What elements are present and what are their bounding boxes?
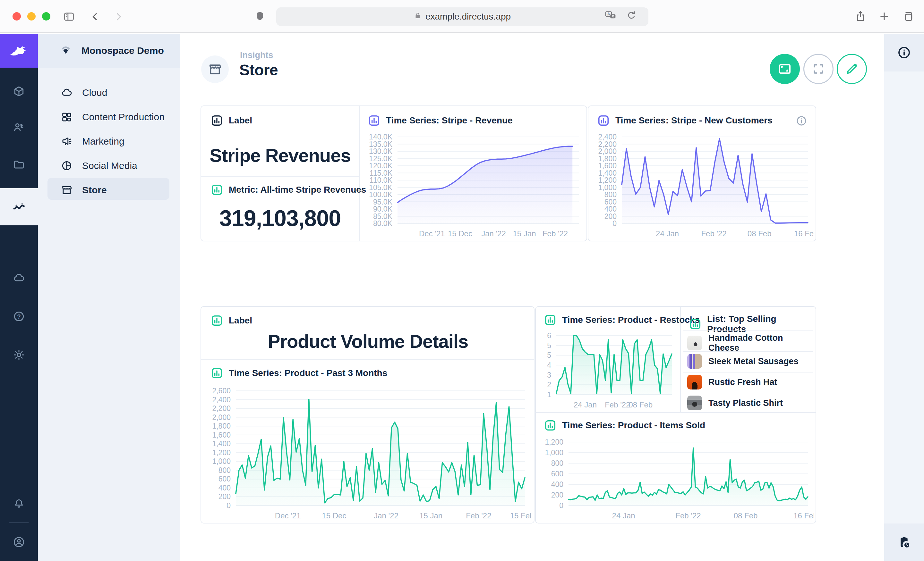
- svg-text:0: 0: [612, 219, 616, 227]
- breadcrumb[interactable]: Insights: [240, 50, 273, 60]
- svg-text:15 Dec: 15 Dec: [322, 511, 346, 520]
- rail-item-cloud-module[interactable]: [0, 260, 38, 296]
- browser-chrome: example.directus.app A: [0, 0, 924, 33]
- rail-item-insights-module[interactable]: [0, 188, 38, 225]
- metric-value: 319,103,800: [219, 205, 341, 231]
- edit-dashboard-button[interactable]: [837, 54, 867, 84]
- svg-text:15 Jan: 15 Jan: [419, 511, 442, 520]
- panel-info-icon[interactable]: [796, 115, 807, 128]
- svg-text:1,800: 1,800: [212, 422, 231, 430]
- translate-icon[interactable]: A: [605, 10, 618, 23]
- svg-text:24 Jan: 24 Jan: [656, 229, 679, 238]
- product-name: Handmade Cotton Cheese: [708, 333, 816, 353]
- directus-logo[interactable]: [0, 34, 38, 67]
- tab-overview-icon[interactable]: [902, 10, 914, 23]
- svg-text:15 Feb: 15 Feb: [510, 511, 531, 520]
- panel-divider: [201, 176, 359, 177]
- info-icon: [897, 45, 911, 60]
- panel-new-customers-header[interactable]: Time Series: Stripe - New Customers: [597, 114, 772, 127]
- rail-divider: [9, 522, 29, 523]
- rail-item-content-module[interactable]: [0, 73, 38, 109]
- list-item[interactable]: Rustic Fresh Hat: [687, 375, 777, 389]
- panel-header-text: List: Top Selling Products: [707, 314, 816, 334]
- panel-list-header[interactable]: List: Top Selling Products: [689, 314, 816, 334]
- forward-button[interactable]: [112, 10, 124, 23]
- address-bar[interactable]: example.directus.app A: [276, 7, 648, 26]
- svg-text:16 Feb: 16 Feb: [794, 511, 814, 520]
- new-tab-icon[interactable]: [878, 10, 891, 23]
- rail-item-users-module[interactable]: [0, 109, 38, 145]
- panel-type-icon: [211, 314, 223, 327]
- list-item[interactable]: Handmade Cotton Cheese: [687, 333, 816, 353]
- product-thumbnail: [687, 336, 702, 350]
- svg-text:200: 200: [219, 492, 231, 501]
- product-name: Tasty Plastic Shirt: [708, 398, 783, 408]
- panel-header-text: Label: [229, 316, 252, 326]
- workspace-switcher[interactable]: Monospace Demo: [38, 34, 180, 67]
- sidebar-item-store[interactable]: Store: [38, 178, 180, 202]
- svg-text:1,200: 1,200: [212, 449, 231, 457]
- rail-item-help-icon[interactable]: ?: [0, 298, 38, 334]
- product-thumbnail: [687, 396, 702, 410]
- panel-divider: [359, 106, 360, 241]
- storefront-icon: [61, 184, 72, 196]
- sidebar-item-label: Marketing: [82, 136, 124, 147]
- svg-text:Feb '22: Feb '22: [466, 511, 491, 520]
- lock-icon: [414, 12, 422, 22]
- panel-group-product-right: Time Series: Product - Restocks 65543212…: [535, 306, 816, 524]
- svg-text:15 Jan: 15 Jan: [513, 229, 536, 238]
- panel-label2-header[interactable]: Label: [211, 314, 252, 327]
- rail-item-settings-module[interactable]: [0, 337, 38, 373]
- notifications-bell-icon[interactable]: [0, 486, 38, 522]
- sidebar-toggle-icon[interactable]: [63, 10, 75, 23]
- fullscreen-icon: [812, 62, 825, 76]
- activity-log-section[interactable]: [884, 524, 924, 561]
- back-button[interactable]: [89, 10, 101, 23]
- window-minimize-button[interactable]: [27, 12, 36, 21]
- new-customers-chart: 2,4002,2002,0001,8001,6001,4001,2001,000…: [591, 133, 814, 239]
- share-icon[interactable]: [854, 10, 867, 23]
- present-mode-button[interactable]: [770, 54, 800, 84]
- sidebar-item-content-production[interactable]: Content Production: [38, 105, 180, 129]
- sidebar: Monospace Demo Cloud Content Production …: [38, 34, 180, 561]
- svg-text:5: 5: [547, 341, 551, 350]
- cloud-icon: [61, 87, 72, 99]
- panel-items-sold-header[interactable]: Time Series: Product - Items Sold: [544, 419, 705, 431]
- panel-revenue-header[interactable]: Time Series: Stripe - Revenue: [368, 114, 513, 127]
- panel-restocks-header[interactable]: Time Series: Product - Restocks: [544, 314, 700, 326]
- workspace-name: Monospace Demo: [81, 45, 164, 56]
- panel-header-text: Time Series: Product - Items Sold: [562, 420, 705, 431]
- user-avatar[interactable]: [0, 524, 38, 560]
- clipboard-clock-icon: [897, 535, 912, 550]
- list-divider: [683, 393, 813, 393]
- panel-past3-header[interactable]: Time Series: Product - Past 3 Months: [211, 367, 387, 379]
- product-thumbnail: [687, 375, 702, 389]
- svg-text:08 Feb: 08 Feb: [628, 400, 652, 409]
- sidebar-item-social-media[interactable]: Social Media: [38, 154, 180, 178]
- window-zoom-button[interactable]: [42, 12, 50, 21]
- list-item[interactable]: Sleek Metal Sausages: [687, 354, 798, 369]
- sidebar-info-section[interactable]: [884, 34, 924, 72]
- sidebar-item-cloud[interactable]: Cloud: [38, 81, 180, 105]
- pencil-icon: [844, 61, 859, 76]
- module-bar: ?: [0, 34, 38, 561]
- panel-metric-header[interactable]: Metric: All-time Stripe Revenues: [211, 184, 366, 196]
- dashboard-grid-icon: [61, 111, 72, 123]
- panel-label-header[interactable]: Label: [211, 114, 252, 127]
- svg-text:1,000: 1,000: [212, 457, 231, 465]
- svg-text:?: ?: [17, 314, 21, 320]
- svg-text:Dec '21: Dec '21: [275, 511, 301, 520]
- panel-group-stripe: Label Stripe Revenues Metric: All-time S…: [201, 105, 587, 241]
- window-close-button[interactable]: [12, 12, 21, 21]
- privacy-shield-icon[interactable]: [254, 10, 266, 23]
- fullscreen-button[interactable]: [803, 54, 834, 84]
- sidebar-item-marketing[interactable]: Marketing: [38, 129, 180, 154]
- list-item[interactable]: Tasty Plastic Shirt: [687, 396, 783, 410]
- panel-type-icon: [544, 314, 556, 326]
- rail-item-files-module[interactable]: [0, 147, 38, 183]
- reload-icon[interactable]: [626, 10, 637, 23]
- panel-header-text: Metric: All-time Stripe Revenues: [229, 185, 366, 195]
- page-title: Store: [239, 61, 278, 79]
- svg-text:08 Feb: 08 Feb: [734, 511, 758, 520]
- panel-type-icon: [597, 114, 610, 127]
